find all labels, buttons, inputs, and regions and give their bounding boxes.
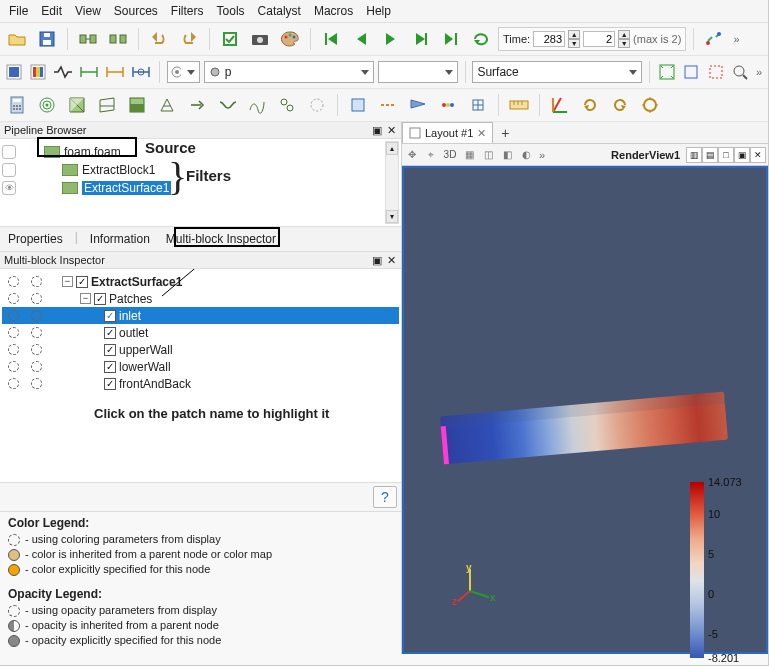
close-view-icon[interactable]: ✕ [750, 147, 766, 163]
popout-icon[interactable]: ▣ [734, 147, 750, 163]
representation-combo[interactable]: Surface [472, 61, 642, 83]
time-frame-input[interactable] [533, 31, 565, 47]
checkbox-icon[interactable] [104, 361, 116, 373]
save-icon[interactable] [34, 26, 60, 52]
maximize-icon[interactable]: □ [718, 147, 734, 163]
color-by-array-icon[interactable] [28, 59, 48, 85]
show-center-icon[interactable]: ⌖ [423, 147, 439, 163]
reset-camera-icon[interactable] [681, 59, 701, 85]
select-cells-through-icon[interactable]: ◫ [480, 147, 496, 163]
toolbar-overflow-icon[interactable]: » [731, 33, 741, 45]
vcr-loop-icon[interactable] [468, 26, 494, 52]
extract-sel-icon[interactable] [304, 92, 330, 118]
menu-tools[interactable]: Tools [212, 2, 250, 20]
vcr-play-icon[interactable] [378, 26, 404, 52]
mbi-close-icon[interactable]: ✕ [385, 254, 397, 266]
menu-macros[interactable]: Macros [309, 2, 358, 20]
mbi-group-row[interactable]: − Patches [2, 290, 399, 307]
screenshot-icon[interactable] [247, 26, 273, 52]
checkbox-icon[interactable] [104, 310, 116, 322]
toolbar2-overflow-icon[interactable]: » [754, 66, 764, 78]
pipeline-scrollbar[interactable]: ▴ ▾ [385, 141, 399, 224]
hover-points-icon[interactable] [465, 92, 491, 118]
split-h-icon[interactable]: ▥ [686, 147, 702, 163]
mbi-patch-lowerwall[interactable]: lowerWall [2, 358, 399, 375]
mbi-pin-icon[interactable]: ▣ [371, 254, 383, 266]
select-lasso-icon[interactable]: ◐ [518, 147, 534, 163]
stream-icon[interactable] [214, 92, 240, 118]
vcr-last-icon[interactable] [438, 26, 464, 52]
mode-3d-icon[interactable]: 3D [442, 147, 458, 163]
scroll-up-icon[interactable]: ▴ [386, 142, 398, 155]
checkbox-icon[interactable] [94, 293, 106, 305]
connect-icon[interactable] [75, 26, 101, 52]
layout-tab[interactable]: Layout #1 ✕ [402, 122, 493, 143]
fit-view-icon[interactable] [657, 59, 677, 85]
reset-orient-icon[interactable] [637, 92, 663, 118]
slice-icon[interactable] [94, 92, 120, 118]
rescale-custom-icon[interactable] [78, 59, 100, 85]
rotate-neg90-icon[interactable] [607, 92, 633, 118]
render-view[interactable]: y z x 14.073 10 5 0 -5 -8.201 p [402, 166, 768, 654]
menu-help[interactable]: Help [361, 2, 396, 20]
warp-icon[interactable] [244, 92, 270, 118]
vcr-first-icon[interactable] [318, 26, 344, 52]
rescale-temporal-icon[interactable] [130, 59, 152, 85]
mbi-patch-inlet[interactable]: inlet [2, 307, 399, 324]
threshold-icon[interactable] [124, 92, 150, 118]
select-surface-icon[interactable]: ▦ [461, 147, 477, 163]
time-frame-spinner[interactable]: ▲▼ [568, 30, 580, 48]
clip-icon[interactable] [64, 92, 90, 118]
pipeline-close-icon[interactable]: ✕ [385, 124, 397, 136]
visibility-icon[interactable] [2, 145, 16, 159]
expand-icon[interactable]: − [62, 276, 73, 287]
mbi-patch-upperwall[interactable]: upperWall [2, 341, 399, 358]
color-by-solid-icon[interactable] [4, 59, 24, 85]
hover-cells-icon[interactable] [435, 92, 461, 118]
split-v-icon[interactable]: ▤ [702, 147, 718, 163]
pick-center-icon[interactable]: ✥ [404, 147, 420, 163]
time-step-spinner[interactable]: ▲▼ [618, 30, 630, 48]
visibility-icon[interactable]: 👁 [2, 181, 16, 195]
apply-icon[interactable] [217, 26, 243, 52]
menu-edit[interactable]: Edit [36, 2, 67, 20]
contour-icon[interactable] [34, 92, 60, 118]
checkbox-icon[interactable] [104, 378, 116, 390]
zoom-box-icon[interactable] [706, 59, 726, 85]
scroll-down-icon[interactable]: ▾ [386, 210, 398, 223]
add-layout-button[interactable]: + [493, 125, 517, 141]
expand-icon[interactable]: − [80, 293, 91, 304]
undo-icon[interactable] [146, 26, 172, 52]
mbi-root-row[interactable]: − ExtractSurface1 [2, 273, 399, 290]
select-points-icon[interactable] [375, 92, 401, 118]
rescale-icon[interactable] [52, 59, 74, 85]
open-icon[interactable] [4, 26, 30, 52]
scalar-mode-combo[interactable] [167, 61, 200, 83]
view-overflow-icon[interactable]: » [537, 149, 547, 161]
vcr-next-icon[interactable] [408, 26, 434, 52]
link-icon[interactable] [701, 26, 727, 52]
menu-view[interactable]: View [70, 2, 106, 20]
component-combo[interactable] [378, 61, 458, 83]
menu-sources[interactable]: Sources [109, 2, 163, 20]
visibility-icon[interactable] [2, 163, 16, 177]
select-block-icon[interactable] [405, 92, 431, 118]
rescale-visible-icon[interactable] [104, 59, 126, 85]
vcr-prev-icon[interactable] [348, 26, 374, 52]
group-icon[interactable] [274, 92, 300, 118]
redo-icon[interactable] [176, 26, 202, 52]
zoom-data-icon[interactable] [730, 59, 750, 85]
disconnect-icon[interactable] [105, 26, 131, 52]
color-field-combo[interactable]: p [204, 61, 374, 83]
menu-filters[interactable]: Filters [166, 2, 209, 20]
help-button[interactable]: ? [373, 486, 397, 508]
mbi-patch-frontandback[interactable]: frontAndBack [2, 375, 399, 392]
menu-catalyst[interactable]: Catalyst [253, 2, 306, 20]
rotate-90-icon[interactable] [577, 92, 603, 118]
axis-x-icon[interactable] [547, 92, 573, 118]
mbi-patch-outlet[interactable]: outlet [2, 324, 399, 341]
ruler-icon[interactable] [506, 92, 532, 118]
calculator-icon[interactable] [4, 92, 30, 118]
menu-file[interactable]: File [4, 2, 33, 20]
extract-icon[interactable] [154, 92, 180, 118]
